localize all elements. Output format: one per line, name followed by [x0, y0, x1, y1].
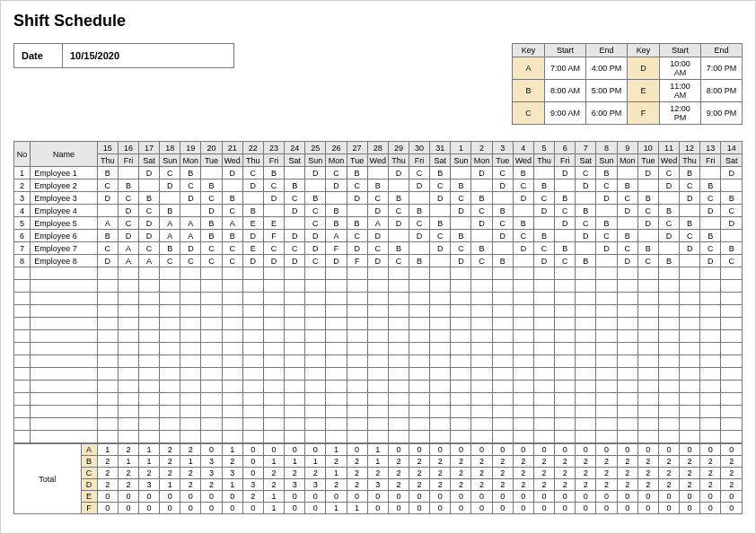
shift-cell[interactable]: C: [180, 255, 201, 267]
shift-cell[interactable]: [97, 267, 118, 280]
shift-cell[interactable]: [138, 431, 159, 443]
shift-cell[interactable]: [367, 267, 388, 280]
shift-cell[interactable]: C: [637, 205, 658, 217]
shift-cell[interactable]: [285, 280, 305, 293]
shift-cell[interactable]: D: [637, 167, 658, 179]
shift-cell[interactable]: [242, 355, 263, 368]
shift-cell[interactable]: [305, 267, 326, 280]
shift-cell[interactable]: [201, 305, 222, 318]
shift-cell[interactable]: A: [180, 217, 201, 230]
shift-cell[interactable]: C: [700, 192, 721, 205]
shift-cell[interactable]: [555, 418, 576, 431]
shift-cell[interactable]: [263, 431, 284, 443]
shift-cell[interactable]: [492, 192, 513, 205]
shift-cell[interactable]: [138, 355, 159, 368]
shift-cell[interactable]: [367, 343, 388, 355]
shift-cell[interactable]: [180, 355, 201, 368]
shift-cell[interactable]: [513, 305, 533, 318]
shift-cell[interactable]: [471, 330, 492, 343]
shift-cell[interactable]: [680, 418, 700, 431]
shift-cell[interactable]: [347, 267, 367, 280]
shift-cell[interactable]: [721, 393, 743, 406]
shift-cell[interactable]: [263, 205, 284, 217]
shift-cell[interactable]: [430, 280, 451, 293]
shift-cell[interactable]: [721, 330, 743, 343]
shift-cell[interactable]: [492, 267, 513, 280]
shift-cell[interactable]: C: [388, 255, 409, 267]
shift-cell[interactable]: [658, 318, 679, 330]
shift-cell[interactable]: [285, 267, 305, 280]
shift-cell[interactable]: [471, 280, 492, 293]
shift-cell[interactable]: [138, 393, 159, 406]
shift-cell[interactable]: [617, 393, 637, 406]
shift-cell[interactable]: [680, 205, 700, 217]
shift-cell[interactable]: D: [367, 230, 388, 242]
shift-cell[interactable]: [513, 205, 533, 217]
shift-cell[interactable]: B: [596, 167, 617, 179]
shift-cell[interactable]: [326, 343, 347, 355]
shift-cell[interactable]: [721, 293, 743, 305]
shift-cell[interactable]: [97, 393, 118, 406]
shift-cell[interactable]: C: [388, 205, 409, 217]
shift-cell[interactable]: [347, 368, 367, 381]
shift-cell[interactable]: [513, 343, 533, 355]
shift-cell[interactable]: [367, 293, 388, 305]
shift-cell[interactable]: [451, 368, 471, 381]
shift-cell[interactable]: [388, 330, 409, 343]
shift-cell[interactable]: [617, 318, 637, 330]
shift-cell[interactable]: [367, 318, 388, 330]
shift-cell[interactable]: A: [118, 255, 138, 267]
shift-cell[interactable]: B: [637, 242, 658, 255]
shift-cell[interactable]: [409, 280, 430, 293]
shift-cell[interactable]: C: [430, 179, 451, 192]
shift-cell[interactable]: [118, 267, 138, 280]
shift-cell[interactable]: [242, 368, 263, 381]
shift-cell[interactable]: [242, 318, 263, 330]
shift-cell[interactable]: C: [471, 205, 492, 217]
shift-cell[interactable]: [513, 255, 533, 267]
shift-cell[interactable]: [576, 418, 596, 431]
shift-cell[interactable]: B: [201, 217, 222, 230]
shift-cell[interactable]: [242, 381, 263, 393]
shift-cell[interactable]: [97, 355, 118, 368]
shift-cell[interactable]: [555, 280, 576, 293]
shift-cell[interactable]: [160, 267, 180, 280]
shift-cell[interactable]: [326, 418, 347, 431]
shift-cell[interactable]: [533, 406, 554, 418]
shift-cell[interactable]: [180, 393, 201, 406]
shift-cell[interactable]: [680, 355, 700, 368]
shift-cell[interactable]: [97, 293, 118, 305]
shift-cell[interactable]: C: [222, 242, 242, 255]
shift-cell[interactable]: [451, 280, 471, 293]
shift-cell[interactable]: C: [533, 242, 554, 255]
shift-cell[interactable]: C: [680, 230, 700, 242]
shift-cell[interactable]: [326, 280, 347, 293]
shift-cell[interactable]: [97, 343, 118, 355]
shift-cell[interactable]: C: [471, 255, 492, 267]
shift-cell[interactable]: [201, 167, 222, 179]
shift-cell[interactable]: [492, 381, 513, 393]
shift-cell[interactable]: [555, 305, 576, 318]
shift-cell[interactable]: [637, 330, 658, 343]
shift-cell[interactable]: [680, 293, 700, 305]
shift-cell[interactable]: [576, 318, 596, 330]
shift-cell[interactable]: [596, 267, 617, 280]
shift-cell[interactable]: [367, 330, 388, 343]
shift-cell[interactable]: [576, 368, 596, 381]
shift-cell[interactable]: [576, 192, 596, 205]
shift-cell[interactable]: C: [180, 179, 201, 192]
shift-cell[interactable]: [430, 343, 451, 355]
shift-cell[interactable]: [680, 267, 700, 280]
shift-cell[interactable]: [160, 343, 180, 355]
shift-cell[interactable]: [409, 406, 430, 418]
shift-cell[interactable]: [658, 330, 679, 343]
shift-cell[interactable]: C: [492, 167, 513, 179]
shift-cell[interactable]: C: [160, 255, 180, 267]
shift-cell[interactable]: [637, 406, 658, 418]
shift-cell[interactable]: C: [637, 255, 658, 267]
shift-cell[interactable]: [138, 368, 159, 381]
shift-cell[interactable]: B: [118, 179, 138, 192]
shift-cell[interactable]: [637, 230, 658, 242]
shift-cell[interactable]: B: [388, 242, 409, 255]
shift-cell[interactable]: B: [451, 230, 471, 242]
